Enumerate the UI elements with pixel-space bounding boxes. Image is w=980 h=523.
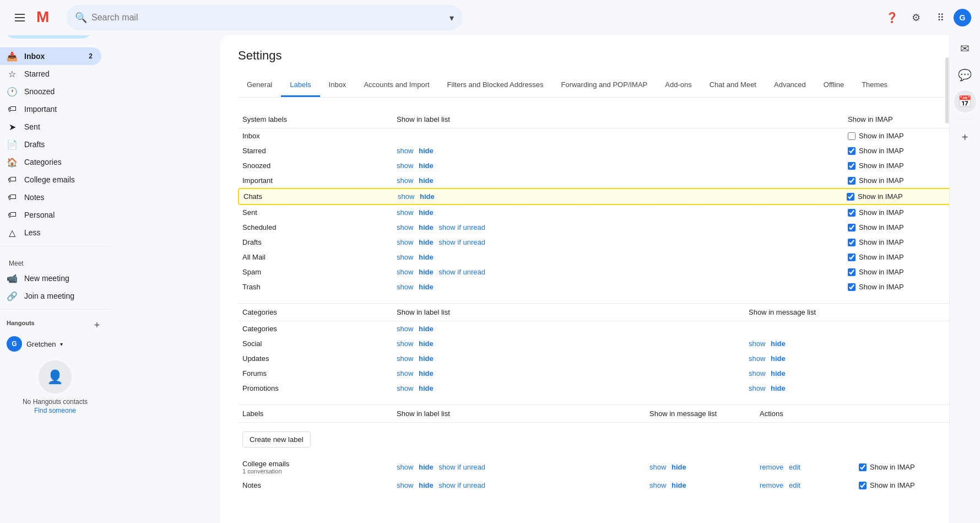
hide-college-label-link[interactable]: hide <box>419 463 434 471</box>
show-forums-label-link[interactable]: show <box>397 369 413 378</box>
show-trash-link[interactable]: show <box>397 283 413 291</box>
hide-updates-label-link[interactable]: hide <box>419 354 434 363</box>
show-if-unread-spam-link[interactable]: show if unread <box>438 268 485 276</box>
tab-general[interactable]: General <box>238 74 281 97</box>
imap-input-starred[interactable] <box>848 147 856 155</box>
show-if-unread-college-label-link[interactable]: show if unread <box>438 463 485 471</box>
hide-all-mail-link[interactable]: hide <box>419 253 434 261</box>
right-panel-chat-icon[interactable]: 💬 <box>954 64 976 86</box>
hide-drafts-link[interactable]: hide <box>419 238 434 246</box>
imap-checkbox-inbox[interactable]: Show in IMAP <box>848 132 958 140</box>
imap-checkbox-sent[interactable]: Show in IMAP <box>848 208 958 217</box>
show-if-unread-notes-label-link[interactable]: show if unread <box>438 481 485 489</box>
show-college-label-link[interactable]: show <box>397 463 413 471</box>
show-spam-link[interactable]: show <box>397 268 413 276</box>
sidebar-item-starred[interactable]: ☆ Starred <box>0 65 101 83</box>
sidebar-item-drafts[interactable]: 📄 Drafts <box>0 136 101 153</box>
imap-checkbox-notes[interactable]: Show in IMAP <box>859 481 958 489</box>
hide-notes-label-link[interactable]: hide <box>419 481 434 489</box>
search-input[interactable] <box>91 13 445 23</box>
right-panel-plus-icon[interactable]: + <box>954 126 976 148</box>
show-notes-label-link[interactable]: show <box>397 481 413 489</box>
scrollbar-thumb[interactable] <box>945 57 949 123</box>
show-scheduled-link[interactable]: show <box>397 223 413 231</box>
show-categories-label-link[interactable]: show <box>397 325 413 333</box>
hide-social-msg-link[interactable]: hide <box>771 339 786 348</box>
avatar[interactable]: G <box>954 9 971 26</box>
show-college-msg-link[interactable]: show <box>649 463 666 471</box>
hide-trash-link[interactable]: hide <box>419 283 434 291</box>
hide-forums-label-link[interactable]: hide <box>419 369 434 378</box>
hamburger-menu[interactable] <box>9 7 31 29</box>
show-updates-label-link[interactable]: show <box>397 354 413 363</box>
hide-chats-link[interactable]: hide <box>420 192 435 201</box>
scrollbar-track[interactable] <box>945 35 949 523</box>
show-promotions-msg-link[interactable]: show <box>749 384 765 392</box>
sidebar-item-snoozed[interactable]: 🕐 Snoozed <box>0 83 101 100</box>
right-panel-meet-icon[interactable]: 📅 <box>954 90 976 112</box>
tab-offline[interactable]: Offline <box>815 74 853 97</box>
imap-checkbox-chats[interactable]: Show in IMAP <box>847 192 957 201</box>
hide-notes-msg-link[interactable]: hide <box>672 481 686 489</box>
tab-advanced[interactable]: Advanced <box>765 74 815 97</box>
imap-input-notes[interactable] <box>859 482 867 489</box>
add-hangouts-icon[interactable]: + <box>90 319 104 332</box>
sidebar-item-categories[interactable]: 🏠 Categories <box>0 153 101 171</box>
show-forums-msg-link[interactable]: show <box>749 369 765 378</box>
hide-sent-link[interactable]: hide <box>419 208 434 217</box>
hide-snoozed-link[interactable]: hide <box>419 161 434 170</box>
imap-input-spam[interactable] <box>848 268 856 276</box>
hide-starred-link[interactable]: hide <box>419 147 434 155</box>
sidebar-item-personal[interactable]: 🏷 Personal <box>0 206 101 224</box>
search-bar[interactable]: 🔍 ▾ <box>66 5 463 30</box>
imap-checkbox-starred[interactable]: Show in IMAP <box>848 147 958 155</box>
imap-input-trash[interactable] <box>848 283 856 291</box>
create-new-label-button[interactable]: Create new label <box>242 432 311 447</box>
hide-scheduled-link[interactable]: hide <box>419 223 434 231</box>
hangouts-user[interactable]: G Gretchen ▾ <box>7 336 104 352</box>
show-if-unread-scheduled-link[interactable]: show if unread <box>438 223 485 231</box>
show-sent-link[interactable]: show <box>397 208 413 217</box>
imap-checkbox-trash[interactable]: Show in IMAP <box>848 283 958 291</box>
hide-spam-link[interactable]: hide <box>419 268 434 276</box>
tab-inbox[interactable]: Inbox <box>320 74 355 97</box>
show-starred-link[interactable]: show <box>397 147 413 155</box>
hide-important-link[interactable]: hide <box>419 176 434 185</box>
settings-icon[interactable]: ⚙ <box>905 7 927 29</box>
tab-accounts-and-import[interactable]: Accounts and Import <box>355 74 438 97</box>
remove-college-link[interactable]: remove <box>760 463 783 471</box>
imap-input-important[interactable] <box>848 177 856 185</box>
imap-input-sent[interactable] <box>848 209 856 217</box>
tab-chat-meet[interactable]: Chat and Meet <box>701 74 765 97</box>
show-snoozed-link[interactable]: show <box>397 161 413 170</box>
imap-checkbox-college[interactable]: Show in IMAP <box>859 463 958 471</box>
remove-notes-link[interactable]: remove <box>760 481 783 489</box>
search-dropdown-icon[interactable]: ▾ <box>450 13 454 23</box>
imap-checkbox-snoozed[interactable]: Show in IMAP <box>848 161 958 170</box>
imap-input-all-mail[interactable] <box>848 254 856 261</box>
hide-forums-msg-link[interactable]: hide <box>771 369 786 378</box>
imap-checkbox-spam[interactable]: Show in IMAP <box>848 268 958 276</box>
sidebar-item-less[interactable]: △ Less <box>0 224 101 241</box>
help-icon[interactable]: ❓ <box>881 7 903 29</box>
imap-input-snoozed[interactable] <box>848 162 856 170</box>
sidebar-item-new-meeting[interactable]: 📹 New meeting <box>0 269 101 287</box>
right-panel-mail-icon[interactable]: ✉ <box>954 37 976 60</box>
hide-social-label-link[interactable]: hide <box>419 339 434 348</box>
hide-promotions-msg-link[interactable]: hide <box>771 384 786 392</box>
tab-labels[interactable]: Labels <box>281 74 320 97</box>
imap-checkbox-important[interactable]: Show in IMAP <box>848 176 958 185</box>
find-someone-link[interactable]: Find someone <box>34 407 76 414</box>
sidebar-item-inbox[interactable]: 📥 Inbox 2 <box>0 47 101 65</box>
imap-input-drafts[interactable] <box>848 239 856 246</box>
imap-checkbox-scheduled[interactable]: Show in IMAP <box>848 223 958 231</box>
show-important-link[interactable]: show <box>397 176 413 185</box>
sidebar-item-join-meeting[interactable]: 🔗 Join a meeting <box>0 287 101 305</box>
imap-checkbox-drafts[interactable]: Show in IMAP <box>848 238 958 246</box>
show-drafts-link[interactable]: show <box>397 238 413 246</box>
sidebar-item-sent[interactable]: ➤ Sent <box>0 118 101 136</box>
imap-input-college[interactable] <box>859 463 867 471</box>
tab-themes[interactable]: Themes <box>853 74 896 97</box>
imap-checkbox-all-mail[interactable]: Show in IMAP <box>848 253 958 261</box>
apps-icon[interactable]: ⠿ <box>929 7 951 29</box>
